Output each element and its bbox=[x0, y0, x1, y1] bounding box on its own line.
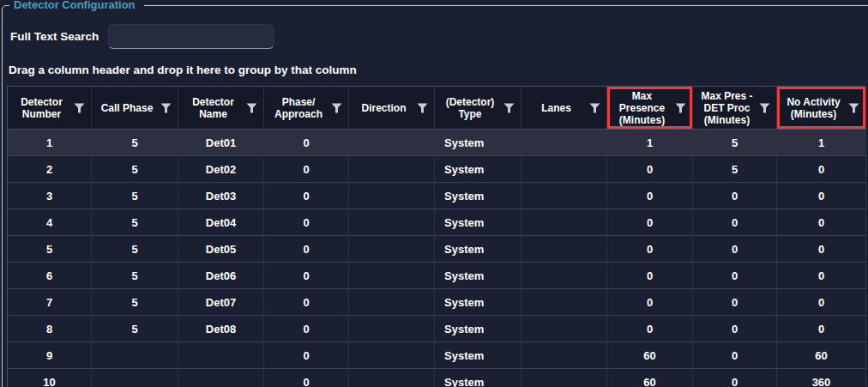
cell-call-phase[interactable]: 5 bbox=[92, 183, 178, 209]
cell-detector-type[interactable]: System bbox=[435, 209, 521, 236]
cell-detector-type[interactable]: System bbox=[435, 263, 521, 289]
cell-detector-name[interactable]: Det03 bbox=[178, 183, 264, 209]
cell-no-activity[interactable]: 0 bbox=[777, 209, 866, 236]
column-header-max-presence[interactable]: MaxPresence(Minutes) bbox=[607, 87, 693, 130]
cell-phase-approach[interactable]: 0 bbox=[264, 183, 349, 209]
cell-direction[interactable] bbox=[349, 130, 435, 156]
cell-max-presence[interactable]: 0 bbox=[607, 316, 693, 342]
cell-detector-name[interactable]: Det05 bbox=[178, 236, 264, 263]
cell-no-activity[interactable]: 0 bbox=[777, 263, 866, 289]
cell-no-activity[interactable]: 0 bbox=[777, 316, 866, 342]
cell-phase-approach[interactable]: 0 bbox=[264, 342, 349, 369]
cell-detector-name[interactable]: Det01 bbox=[178, 130, 264, 156]
cell-detector-type[interactable]: System bbox=[435, 289, 521, 316]
cell-detector-number[interactable]: 4 bbox=[8, 209, 92, 236]
cell-detector-number[interactable]: 5 bbox=[8, 236, 92, 263]
cell-detector-number[interactable]: 9 bbox=[8, 342, 92, 369]
cell-no-activity[interactable]: 0 bbox=[777, 156, 866, 183]
cell-direction[interactable] bbox=[349, 263, 435, 289]
cell-detector-number[interactable]: 1 bbox=[8, 130, 92, 156]
cell-call-phase[interactable] bbox=[92, 342, 178, 369]
cell-call-phase[interactable]: 5 bbox=[92, 209, 178, 236]
cell-call-phase[interactable]: 5 bbox=[92, 263, 178, 289]
cell-max-pres-det-proc[interactable]: 0 bbox=[693, 289, 777, 316]
cell-no-activity[interactable]: 1 bbox=[777, 130, 866, 156]
cell-detector-type[interactable]: System bbox=[435, 130, 521, 156]
column-header-phase-approach[interactable]: Phase/Approach bbox=[264, 87, 349, 130]
column-header-direction[interactable]: Direction bbox=[349, 87, 435, 130]
cell-no-activity[interactable]: 360 bbox=[777, 369, 866, 387]
filter-icon[interactable] bbox=[589, 103, 600, 113]
cell-detector-number[interactable]: 10 bbox=[8, 369, 92, 387]
filter-icon[interactable] bbox=[848, 103, 859, 113]
cell-max-presence[interactable]: 60 bbox=[607, 342, 693, 369]
cell-lanes[interactable] bbox=[521, 236, 607, 263]
cell-detector-name[interactable] bbox=[178, 369, 264, 387]
cell-detector-number[interactable]: 3 bbox=[8, 183, 92, 209]
cell-lanes[interactable] bbox=[521, 263, 607, 289]
cell-detector-name[interactable]: Det04 bbox=[178, 209, 264, 236]
cell-max-pres-det-proc[interactable]: 5 bbox=[693, 156, 777, 183]
cell-direction[interactable] bbox=[349, 369, 435, 387]
column-header-detector-type[interactable]: (Detector)Type bbox=[435, 87, 521, 130]
cell-max-presence[interactable]: 0 bbox=[607, 209, 693, 236]
cell-phase-approach[interactable]: 0 bbox=[264, 369, 349, 387]
cell-phase-approach[interactable]: 0 bbox=[264, 209, 349, 236]
cell-detector-number[interactable]: 6 bbox=[8, 263, 92, 289]
cell-no-activity[interactable]: 0 bbox=[777, 183, 866, 209]
cell-call-phase[interactable]: 5 bbox=[92, 130, 178, 156]
cell-direction[interactable] bbox=[349, 183, 435, 209]
cell-direction[interactable] bbox=[349, 156, 435, 183]
cell-call-phase[interactable] bbox=[92, 369, 178, 387]
cell-phase-approach[interactable]: 0 bbox=[264, 316, 349, 342]
cell-max-pres-det-proc[interactable]: 0 bbox=[693, 183, 777, 209]
filter-icon[interactable] bbox=[246, 103, 257, 113]
column-header-detector-number[interactable]: DetectorNumber bbox=[8, 87, 92, 130]
cell-detector-number[interactable]: 2 bbox=[8, 156, 92, 183]
cell-direction[interactable] bbox=[349, 289, 435, 316]
cell-phase-approach[interactable]: 0 bbox=[264, 236, 349, 263]
cell-detector-type[interactable]: System bbox=[435, 236, 521, 263]
cell-detector-name[interactable]: Det08 bbox=[178, 316, 264, 342]
filter-icon[interactable] bbox=[74, 103, 85, 113]
cell-lanes[interactable] bbox=[521, 209, 607, 236]
cell-detector-type[interactable]: System bbox=[435, 316, 521, 342]
cell-phase-approach[interactable]: 0 bbox=[264, 263, 349, 289]
cell-max-pres-det-proc[interactable]: 0 bbox=[693, 342, 777, 369]
cell-detector-type[interactable]: System bbox=[435, 183, 521, 209]
cell-phase-approach[interactable]: 0 bbox=[264, 156, 349, 183]
cell-detector-type[interactable]: System bbox=[435, 156, 521, 183]
cell-phase-approach[interactable]: 0 bbox=[264, 289, 349, 316]
cell-lanes[interactable] bbox=[521, 369, 607, 387]
cell-lanes[interactable] bbox=[521, 183, 607, 209]
cell-direction[interactable] bbox=[349, 342, 435, 369]
cell-detector-name[interactable]: Det02 bbox=[178, 156, 264, 183]
filter-icon[interactable] bbox=[675, 103, 686, 113]
cell-lanes[interactable] bbox=[521, 289, 607, 316]
column-header-detector-name[interactable]: DetectorName bbox=[178, 87, 264, 130]
cell-detector-type[interactable]: System bbox=[435, 342, 521, 369]
group-by-drop-zone[interactable]: Drag a column header and drop it here to… bbox=[9, 63, 357, 76]
filter-icon[interactable] bbox=[759, 103, 770, 113]
cell-direction[interactable] bbox=[349, 236, 435, 263]
cell-detector-number[interactable]: 7 bbox=[8, 289, 92, 316]
cell-max-presence[interactable]: 0 bbox=[607, 263, 693, 289]
cell-max-presence[interactable]: 0 bbox=[607, 156, 693, 183]
cell-lanes[interactable] bbox=[521, 316, 607, 342]
cell-lanes[interactable] bbox=[521, 130, 607, 156]
cell-detector-name[interactable] bbox=[178, 342, 264, 369]
filter-icon[interactable] bbox=[503, 103, 515, 113]
cell-call-phase[interactable]: 5 bbox=[92, 289, 178, 316]
cell-direction[interactable] bbox=[349, 316, 435, 342]
cell-direction[interactable] bbox=[349, 209, 435, 236]
column-header-max-pres-det-proc[interactable]: Max Pres -DET Proc(Minutes) bbox=[693, 87, 777, 130]
cell-max-pres-det-proc[interactable]: 0 bbox=[693, 369, 777, 387]
column-header-no-activity[interactable]: No Activity(Minutes) bbox=[777, 87, 866, 130]
cell-max-pres-det-proc[interactable]: 5 bbox=[693, 130, 777, 156]
full-text-search-input[interactable] bbox=[108, 24, 274, 49]
cell-max-presence[interactable]: 1 bbox=[607, 130, 693, 156]
filter-icon[interactable] bbox=[331, 103, 342, 113]
cell-lanes[interactable] bbox=[521, 156, 607, 183]
cell-lanes[interactable] bbox=[521, 342, 607, 369]
cell-max-presence[interactable]: 0 bbox=[607, 183, 693, 209]
